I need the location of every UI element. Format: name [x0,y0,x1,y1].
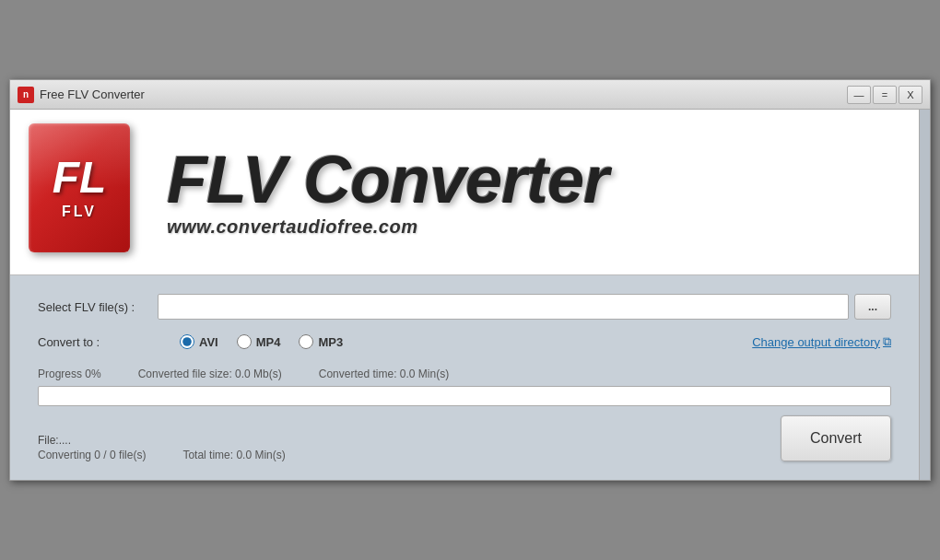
main-content: Select FLV file(s) : ... Convert to : AV… [10,275,919,480]
app-icon: n [18,87,34,103]
logo-card: FL FLV [29,123,130,252]
file-select-label: Select FLV file(s) : [38,300,158,314]
minimize-button[interactable]: — [847,86,871,104]
close-button[interactable]: X [899,86,922,104]
app-icon-label: n [23,89,29,99]
radio-avi[interactable]: AVI [180,334,218,349]
file-info: File:.... [38,434,781,447]
format-radio-group: AVI MP4 MP3 [180,334,343,349]
radio-mp3-label: MP3 [318,335,343,349]
logo-flv-text: FLV [62,204,97,220]
main-area: FL FLV FLV Converter www.convertaudiofre… [10,110,919,480]
window-body: FL FLV FLV Converter www.convertaudiofre… [10,110,930,480]
converted-time-label: Converted time: 0.0 Min(s) [319,368,449,380]
file-select-row: Select FLV file(s) : ... [38,294,891,320]
logo-fl-text: FL [53,156,107,200]
radio-mp3[interactable]: MP3 [299,334,343,349]
bottom-info: File:.... Converting 0 / 0 file(s) Total… [38,434,781,461]
title-bar-left: n Free FLV Converter [18,87,145,103]
window-title: Free FLV Converter [40,88,145,101]
total-time: Total time: 0.0 Min(s) [182,449,285,461]
main-window: n Free FLV Converter — = X FL FLV FLV Co… [9,79,931,481]
radio-mp3-input[interactable] [299,334,313,349]
window-controls: — = X [847,86,922,104]
maximize-button[interactable]: = [873,86,897,104]
radio-mp4-input[interactable] [237,334,252,349]
converting-info: Converting 0 / 0 file(s) Total time: 0.0… [38,449,781,461]
convert-button[interactable]: Convert [781,415,891,461]
file-select-input[interactable] [158,294,849,320]
converting-status: Converting 0 / 0 file(s) [38,449,146,461]
radio-mp4[interactable]: MP4 [237,334,281,349]
title-bar: n Free FLV Converter — = X [10,80,930,110]
radio-avi-input[interactable] [180,334,194,349]
file-size-label: Converted file size: 0.0 Mb(s) [138,368,282,380]
banner-url: www.convertaudiofree.com [167,216,900,238]
progress-label: Progress 0% [38,368,101,380]
progress-info-row: Progress 0% Converted file size: 0.0 Mb(… [38,368,891,380]
progress-bar-container [38,386,891,406]
change-output-directory-link[interactable]: Change output directory ⧉ [752,334,891,349]
sidebar-strip [919,110,930,480]
banner-title: FLV Converter [167,146,900,213]
banner: FL FLV FLV Converter www.convertaudiofre… [10,110,919,275]
convert-to-row: Convert to : AVI MP4 MP3 [38,334,891,349]
flv-logo: FL FLV [29,123,139,262]
convert-to-label: Convert to : [38,335,158,349]
change-dir-label: Change output directory [752,335,880,349]
bottom-row: File:.... Converting 0 / 0 file(s) Total… [38,415,891,461]
radio-mp4-label: MP4 [256,335,281,349]
radio-avi-label: AVI [199,335,218,349]
banner-text: FLV Converter www.convertaudiofree.com [167,146,900,238]
external-link-icon: ⧉ [883,334,891,349]
browse-button[interactable]: ... [854,294,891,320]
